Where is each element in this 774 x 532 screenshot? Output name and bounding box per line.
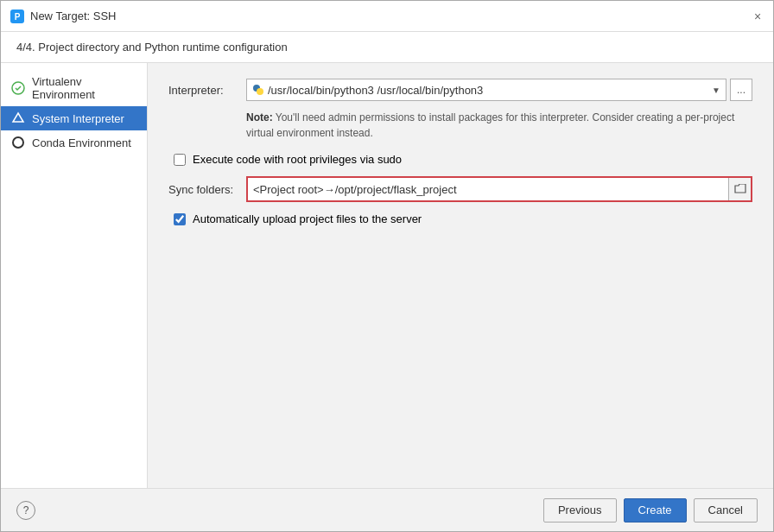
sidebar-label-conda: Conda Environment: [32, 136, 131, 149]
step-header: 4/4. Project directory and Python runtim…: [1, 32, 773, 63]
footer-left: ?: [16, 501, 35, 520]
svg-marker-3: [13, 113, 23, 122]
footer: ? Previous Create Cancel: [1, 488, 773, 531]
interpreter-label: Interpreter:: [168, 84, 246, 97]
execute-checkbox-label: Execute code with root privileges via su…: [193, 153, 402, 166]
interpreter-select[interactable]: /usr/local/bin/python3 /usr/local/bin/py…: [246, 79, 726, 101]
sync-folders-label: Sync folders:: [168, 183, 246, 196]
step-text: 4/4. Project directory and Python runtim…: [16, 41, 288, 54]
sidebar-label-system: System Interpreter: [32, 112, 124, 125]
note-text: You'll need admin permissions to install…: [246, 111, 734, 139]
sidebar-item-system[interactable]: System Interpreter: [1, 106, 147, 130]
auto-upload-row: Automatically upload project files to th…: [174, 212, 752, 225]
help-button[interactable]: ?: [16, 501, 35, 520]
svg-point-5: [257, 88, 263, 95]
note-box: Note: You'll need admin permissions to i…: [246, 110, 752, 141]
note-bold: Note:: [246, 111, 273, 124]
cancel-button[interactable]: Cancel: [694, 498, 758, 522]
folder-icon: [734, 184, 746, 194]
app-icon: P: [10, 9, 25, 24]
title-bar: P New Target: SSH ×: [1, 1, 773, 32]
auto-upload-label: Automatically upload project files to th…: [193, 212, 422, 225]
python-icon: [252, 84, 264, 96]
interpreter-select-inner: /usr/local/bin/python3 /usr/local/bin/py…: [252, 84, 712, 97]
sidebar-item-virtualenv[interactable]: Virtualenv Environment: [1, 70, 147, 106]
sidebar: Virtualenv Environment System Interprete…: [1, 63, 148, 488]
interpreter-path-text: /usr/local/bin/python3 /usr/local/bin/py…: [268, 84, 483, 97]
create-button[interactable]: Create: [624, 498, 687, 522]
title-text: New Target: SSH: [30, 10, 116, 22]
main-panel: Interpreter: /usr/local/bin/python3 /usr…: [148, 63, 773, 488]
sidebar-item-conda[interactable]: Conda Environment: [1, 130, 147, 155]
auto-upload-checkbox[interactable]: [174, 213, 186, 225]
dropdown-arrow-icon: ▼: [712, 86, 720, 95]
sync-field-container: <Project root>→/opt/project/flask_projec…: [246, 176, 752, 202]
interpreter-field-row: /usr/local/bin/python3 /usr/local/bin/py…: [246, 79, 752, 101]
execute-checkbox-row: Execute code with root privileges via su…: [174, 153, 752, 166]
execute-checkbox[interactable]: [174, 154, 186, 166]
content-area: Virtualenv Environment System Interprete…: [1, 63, 773, 488]
dialog: P New Target: SSH × 4/4. Project directo…: [0, 0, 774, 532]
virtualenv-icon: [11, 81, 25, 95]
sync-folders-row: Sync folders: <Project root>→/opt/projec…: [168, 176, 752, 202]
sync-browse-button[interactable]: [728, 178, 751, 200]
more-button[interactable]: ...: [730, 79, 752, 101]
close-button[interactable]: ×: [751, 10, 764, 23]
conda-icon: [11, 136, 25, 149]
sidebar-label-virtualenv: Virtualenv Environment: [32, 75, 136, 101]
title-bar-left: P New Target: SSH: [10, 9, 116, 24]
svg-text:P: P: [15, 12, 21, 22]
system-icon: [11, 111, 25, 125]
previous-button[interactable]: Previous: [543, 498, 617, 522]
footer-right: Previous Create Cancel: [543, 498, 758, 522]
interpreter-row: Interpreter: /usr/local/bin/python3 /usr…: [168, 79, 752, 101]
sync-field[interactable]: <Project root>→/opt/project/flask_projec…: [248, 178, 728, 200]
